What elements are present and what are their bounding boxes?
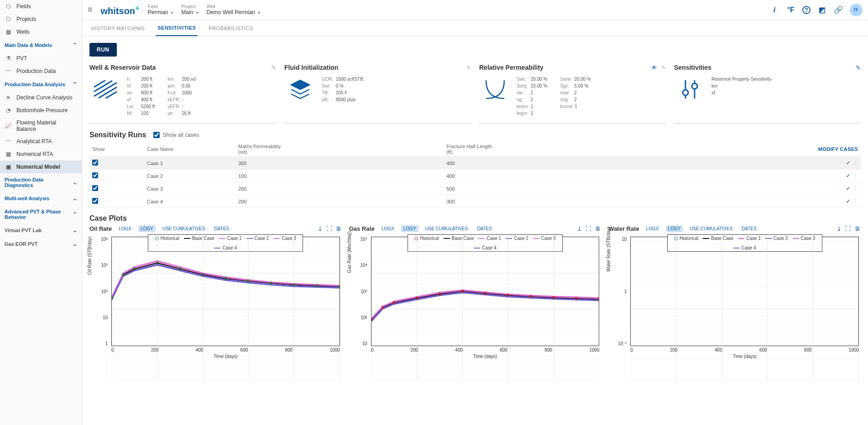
case-plots-title: Case Plots [89, 214, 127, 223]
svg-point-3 [692, 83, 697, 89]
plot-title: Water Rate [608, 225, 639, 232]
sidebar-section[interactable]: Gas EOR PVT ⌄ [0, 237, 82, 251]
export-icon[interactable]: 🗎 [855, 225, 861, 232]
temperature-unit-icon[interactable]: °F [786, 5, 796, 15]
sidebar-item-numerical-model[interactable]: ▣ Numerical Model [0, 161, 82, 173]
plot-control-use-cumulatives[interactable]: USE CUMULATIVES [160, 225, 208, 232]
plot-control-logy[interactable]: LOGY [401, 225, 418, 232]
nav-icon: ⬡ [5, 3, 12, 10]
tab-probabilistics[interactable]: PROBABILISTICS [207, 21, 255, 36]
nav-icon: 📈 [5, 122, 12, 130]
modify-cases-link[interactable]: MODIFY CASES [665, 142, 861, 157]
sidebar-item-label: Production Data [16, 68, 56, 74]
row-show-checkbox[interactable] [92, 185, 98, 191]
expand-icon[interactable]: ⛶ [586, 225, 591, 232]
plot-control-logy[interactable]: LOGY [138, 225, 156, 232]
plot-control-dates[interactable]: DATES [475, 225, 494, 232]
expand-icon[interactable]: ⛶ [845, 225, 851, 232]
feedback-icon[interactable]: ◩ [817, 5, 827, 15]
sidebar-item-numerical-rta[interactable]: ▦ Numerical RTA [0, 148, 82, 161]
plot-control-logx[interactable]: LOGX [644, 225, 661, 232]
data-row: ng: 2 [517, 96, 547, 103]
nav-icon: 〰 [5, 67, 12, 75]
sidebar-item-label: Numerical Model [16, 164, 60, 170]
table-row[interactable]: Case 2 100 400 ✓ ⋮ [89, 170, 861, 182]
table-row[interactable]: Case 1 300 400 ✓ ⋮ [89, 157, 861, 170]
plot-control-use-cumulatives[interactable]: USE CUMULATIVES [423, 225, 471, 232]
show-all-cases-checkbox[interactable]: Show all cases [153, 132, 199, 138]
field-selector[interactable]: Field Permian [148, 4, 173, 16]
sidebar-item-production-data[interactable]: 〰 Production Data [0, 65, 82, 78]
card-relative-permeability: Relative Permeability 👁✎ Swc: 20.00 %Sor… [479, 64, 666, 124]
tab-sensitivities[interactable]: SENSITIVITIES [156, 21, 198, 36]
x-axis-ticks: 02004006008001000 [630, 347, 859, 352]
chevron-down-icon: ⌄ [73, 179, 77, 186]
download-icon[interactable]: ⤓ [318, 225, 323, 232]
plot-control-use-cumulatives[interactable]: USE CUMULATIVES [687, 225, 735, 232]
run-button[interactable]: RUN [89, 43, 117, 57]
data-row: h: 200 ft [127, 76, 155, 83]
row-show-checkbox[interactable] [92, 160, 98, 166]
row-menu-icon[interactable]: ⋮ [853, 173, 858, 178]
export-icon[interactable]: 🗎 [336, 225, 342, 232]
edit-icon[interactable]: ✎ [856, 64, 861, 71]
row-menu-icon[interactable]: ⋮ [853, 198, 858, 204]
sidebar-section[interactable]: Advanced PVT & Phase Behavior ⌃ [0, 205, 82, 223]
sidebar-item-pvt[interactable]: ⚗ PVT [0, 52, 82, 65]
plot-control-dates[interactable]: DATES [212, 225, 231, 232]
sidebar-section[interactable]: Production Data Analysis ⌃ [0, 78, 82, 91]
sidebar-section[interactable]: Multi-well Analysis ⌄ [0, 192, 82, 205]
row-show-checkbox[interactable] [92, 172, 98, 178]
edit-icon[interactable]: ✎ [661, 64, 666, 71]
row-menu-icon[interactable]: ⋮ [853, 186, 858, 191]
row-menu-icon[interactable]: ⋮ [853, 160, 858, 166]
sidebar-section-title: Main Data & Models [5, 42, 52, 48]
download-icon[interactable]: ⤓ [577, 225, 582, 232]
export-icon[interactable]: 🗎 [595, 225, 601, 232]
sidebar-item-wells[interactable]: ▦ Wells [0, 26, 82, 38]
table-row[interactable]: Case 4 200 300 ✓ ⋮ [89, 195, 861, 208]
download-icon[interactable]: ⤓ [837, 225, 842, 232]
project-selector[interactable]: Project Main [181, 4, 198, 16]
x-axis-ticks: 02004006008001000 [371, 347, 600, 352]
plot-control-logy[interactable]: LOGY [666, 225, 683, 232]
plot-control-dates[interactable]: DATES [739, 225, 759, 232]
tab-history-matching[interactable]: HISTORY MATCHING [89, 21, 146, 36]
sidebar-section-title: Production Data Diagnostics [5, 177, 73, 188]
info-icon[interactable]: i [769, 5, 779, 15]
nav-icon: ✕ [5, 94, 12, 101]
plot-title: Gas Rate [349, 225, 375, 232]
well-selector[interactable]: Well Demo Well Permian [207, 4, 260, 16]
row-show-checkbox[interactable] [92, 198, 98, 204]
chevron-down-icon: ⌄ [73, 241, 77, 247]
link-icon[interactable]: 🔗 [833, 5, 843, 15]
case-name: Case 1 [144, 157, 235, 170]
plot-control-logx[interactable]: LOGX [116, 225, 134, 232]
sidebar-item-projects[interactable]: ⬡ Projects [0, 13, 82, 26]
expand-icon[interactable]: ⛶ [326, 225, 332, 232]
data-row: krwro: 1 [517, 103, 547, 110]
sidebar-item-bottomhole-pressure[interactable]: ◔ Bottomhole Pressure [0, 104, 82, 117]
chevron-down-icon: ⌄ [73, 195, 77, 202]
edit-icon[interactable]: ✎ [466, 64, 471, 71]
hamburger-icon[interactable]: ≡ [88, 5, 93, 15]
data-row: Lw: 5280 ft [127, 103, 155, 110]
card-title: Well & Reservoir Data [89, 64, 156, 71]
table-row[interactable]: Case 3 200 500 ✓ ⋮ [89, 182, 861, 195]
avatar[interactable]: IY [850, 4, 863, 16]
sidebar-item-fields[interactable]: ⬡ Fields [0, 0, 82, 13]
sidebar-item-label: Numerical RTA [16, 151, 53, 157]
data-row: Nf: 100 [127, 110, 155, 117]
edit-icon[interactable]: ✎ [271, 64, 276, 71]
help-icon[interactable]: ? [802, 6, 810, 14]
sidebar-section[interactable]: Main Data & Models ⌃ [0, 38, 82, 52]
sidebar-item-flowing-material-balance[interactable]: 📈 Flowing Material Balance [0, 117, 82, 135]
sidebar-item-label: PVT [16, 55, 27, 62]
plot-control-logx[interactable]: LOGX [379, 225, 397, 232]
y-axis-label: Oil Rate (STB/day) [87, 237, 92, 275]
sidebar-section[interactable]: Virtual PVT Lab ⌄ [0, 223, 82, 237]
sidebar-item-analytical-rta[interactable]: 〰 Analytical RTA [0, 135, 82, 148]
sidebar-section[interactable]: Production Data Diagnostics ⌄ [0, 173, 82, 192]
sidebar-item-decline-curve-analysis[interactable]: ✕ Decline Curve Analysis [0, 91, 82, 104]
view-icon[interactable]: 👁 [651, 64, 657, 71]
